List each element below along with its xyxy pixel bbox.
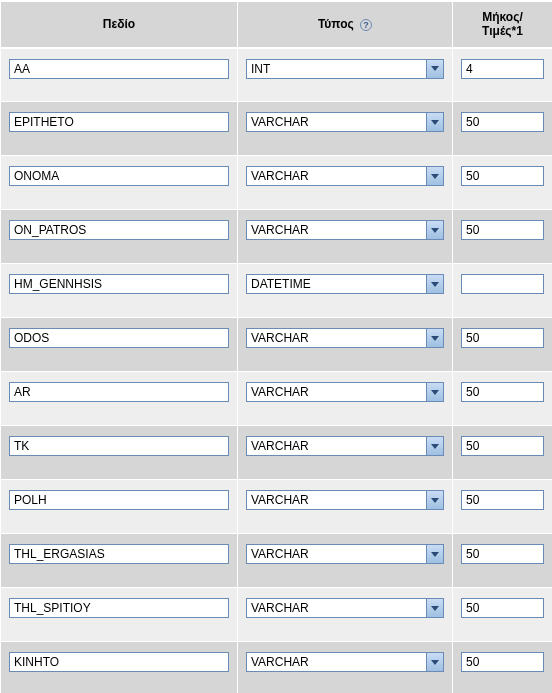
svg-marker-2 (431, 174, 439, 179)
svg-marker-6 (431, 390, 439, 395)
length-input[interactable] (461, 59, 544, 79)
chevron-down-icon (426, 599, 443, 617)
cell-length (453, 264, 553, 318)
header-field-label: Πεδίο (103, 17, 135, 31)
type-select[interactable]: VARCHAR (246, 598, 444, 618)
table-row: VARCHAR (1, 156, 553, 210)
cell-type: VARCHAR (238, 318, 453, 372)
length-input[interactable] (461, 598, 544, 618)
header-type: Τύπος ? (238, 1, 453, 48)
cell-type: VARCHAR (238, 588, 453, 642)
field-name-input[interactable] (9, 59, 229, 79)
table-row: VARCHAR (1, 642, 553, 693)
type-select-value: DATETIME (247, 277, 426, 291)
type-select-value: VARCHAR (247, 223, 426, 237)
length-input[interactable] (461, 274, 544, 294)
cell-type: VARCHAR (238, 642, 453, 693)
svg-marker-10 (431, 606, 439, 611)
field-name-input[interactable] (9, 652, 229, 672)
chevron-down-icon (426, 329, 443, 347)
cell-type: DATETIME (238, 264, 453, 318)
type-select[interactable]: VARCHAR (246, 328, 444, 348)
chevron-down-icon (426, 491, 443, 509)
table-row: VARCHAR (1, 588, 553, 642)
table-row: VARCHAR (1, 480, 553, 534)
table-row: DATETIME (1, 264, 553, 318)
svg-marker-8 (431, 498, 439, 503)
field-name-input[interactable] (9, 490, 229, 510)
type-select[interactable]: VARCHAR (246, 112, 444, 132)
type-select[interactable]: VARCHAR (246, 166, 444, 186)
help-icon[interactable]: ? (360, 19, 372, 31)
cell-length (453, 372, 553, 426)
cell-field (1, 426, 238, 480)
length-input[interactable] (461, 166, 544, 186)
type-select[interactable]: INT (246, 59, 444, 79)
field-name-input[interactable] (9, 544, 229, 564)
svg-marker-0 (431, 66, 439, 71)
svg-marker-5 (431, 336, 439, 341)
field-name-input[interactable] (9, 382, 229, 402)
chevron-down-icon (426, 275, 443, 293)
field-name-input[interactable] (9, 328, 229, 348)
header-type-label: Τύπος (318, 17, 354, 31)
length-input[interactable] (461, 436, 544, 456)
chevron-down-icon (426, 113, 443, 131)
field-name-input[interactable] (9, 274, 229, 294)
cell-type: VARCHAR (238, 372, 453, 426)
type-select-value: VARCHAR (247, 655, 426, 669)
svg-marker-9 (431, 552, 439, 557)
length-input[interactable] (461, 112, 544, 132)
chevron-down-icon (426, 383, 443, 401)
cell-field (1, 156, 238, 210)
type-select[interactable]: VARCHAR (246, 220, 444, 240)
cell-field (1, 534, 238, 588)
header-length: Μήκος/ Τιμές*1 (453, 1, 553, 48)
cell-field (1, 480, 238, 534)
length-input[interactable] (461, 490, 544, 510)
type-select[interactable]: VARCHAR (246, 652, 444, 672)
type-select[interactable]: VARCHAR (246, 436, 444, 456)
cell-field (1, 372, 238, 426)
type-select-value: VARCHAR (247, 331, 426, 345)
cell-length (453, 318, 553, 372)
cell-length (453, 642, 553, 693)
type-select-value: VARCHAR (247, 439, 426, 453)
table-row: VARCHAR (1, 210, 553, 264)
field-name-input[interactable] (9, 112, 229, 132)
type-select-value: VARCHAR (247, 493, 426, 507)
cell-type: VARCHAR (238, 426, 453, 480)
length-input[interactable] (461, 652, 544, 672)
table-row: VARCHAR (1, 372, 553, 426)
chevron-down-icon (426, 653, 443, 671)
chevron-down-icon (426, 60, 443, 78)
cell-field (1, 642, 238, 693)
type-select-value: INT (247, 62, 426, 76)
cell-length (453, 48, 553, 102)
field-name-input[interactable] (9, 166, 229, 186)
length-input[interactable] (461, 544, 544, 564)
cell-field (1, 102, 238, 156)
type-select[interactable]: DATETIME (246, 274, 444, 294)
field-name-input[interactable] (9, 436, 229, 456)
table-row: INT (1, 48, 553, 102)
field-name-input[interactable] (9, 220, 229, 240)
cell-field (1, 48, 238, 102)
type-select[interactable]: VARCHAR (246, 490, 444, 510)
cell-field (1, 210, 238, 264)
cell-type: VARCHAR (238, 480, 453, 534)
columns-table: Πεδίο Τύπος ? Μήκος/ Τιμές*1 INTVARCHARV… (0, 0, 552, 693)
length-input[interactable] (461, 220, 544, 240)
type-select-value: VARCHAR (247, 601, 426, 615)
length-input[interactable] (461, 382, 544, 402)
length-input[interactable] (461, 328, 544, 348)
cell-length (453, 534, 553, 588)
cell-length (453, 102, 553, 156)
svg-marker-7 (431, 444, 439, 449)
cell-type: VARCHAR (238, 102, 453, 156)
type-select[interactable]: VARCHAR (246, 382, 444, 402)
field-name-input[interactable] (9, 598, 229, 618)
type-select[interactable]: VARCHAR (246, 544, 444, 564)
chevron-down-icon (426, 545, 443, 563)
cell-type: VARCHAR (238, 210, 453, 264)
